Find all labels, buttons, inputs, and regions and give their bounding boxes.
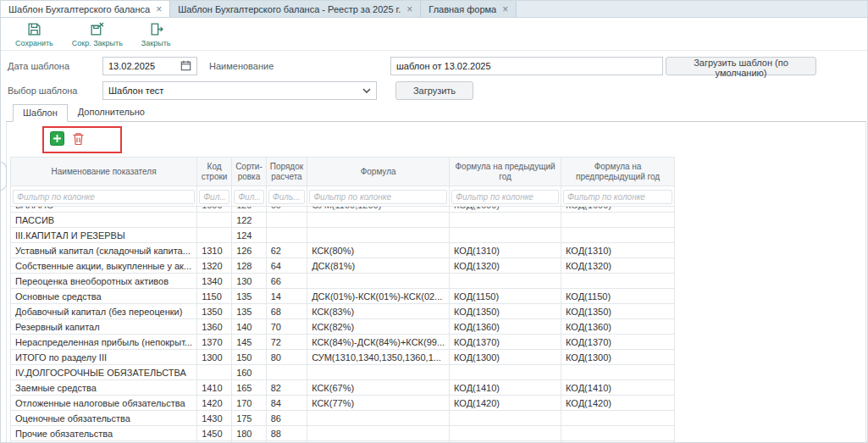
cell: [266, 365, 307, 380]
cell: 180: [232, 426, 267, 441]
column-filter-input[interactable]: [13, 190, 195, 204]
table-row[interactable]: Оценочные обязательства143017586: [11, 411, 675, 426]
template-grid: Наименование показателя Код строки Сорти…: [10, 157, 675, 442]
column-header[interactable]: Порядок расчета: [266, 158, 307, 186]
cell: 88: [266, 426, 307, 441]
table-row[interactable]: Нераспределенная прибыль (непокрыт...137…: [11, 335, 675, 350]
cell: 64: [266, 258, 307, 274]
date-label: Дата шаблона: [8, 61, 99, 71]
cell: ПАССИВ: [11, 213, 197, 228]
close-button[interactable]: Закрыть: [139, 21, 174, 48]
cell: КОД(1360): [450, 319, 561, 335]
close-tab-icon[interactable]: ×: [406, 4, 412, 14]
save-button[interactable]: Сохранить: [13, 21, 56, 48]
cell: [561, 274, 675, 289]
column-header[interactable]: Сорти-ровка: [232, 158, 267, 186]
column-filter-input[interactable]: [451, 190, 559, 204]
cell: КОД(1370): [561, 335, 675, 350]
cell: ИТОГО по разделу III: [11, 350, 197, 365]
table-row[interactable]: Отложенные налоговые обязательства142017…: [11, 396, 675, 411]
column-filter-input[interactable]: [309, 190, 447, 204]
window-tab-registry[interactable]: Шаблон Бухгалтерского баланса - Реестр з…: [170, 1, 421, 17]
close-tab-icon[interactable]: ×: [502, 4, 508, 14]
table-row[interactable]: ИТОГО по разделу III130015080СУМ(1310,13…: [11, 350, 675, 365]
cell: [561, 228, 675, 243]
cell: СУМ(1410,1420,1430,1450): [307, 441, 450, 443]
calendar-icon[interactable]: [180, 60, 191, 73]
table-row[interactable]: Добавочный капитал (без переоценки)13501…: [11, 304, 675, 319]
cell: 62: [266, 243, 307, 258]
column-header[interactable]: Код строки: [197, 158, 232, 186]
column-filter-input[interactable]: [199, 190, 229, 204]
close-tab-icon[interactable]: ×: [156, 4, 162, 14]
window-tab-main-form[interactable]: Главная форма ×: [421, 1, 517, 17]
table-row[interactable]: Резервный капитал136014070КСК(82%)КОД(13…: [11, 319, 675, 335]
table-row[interactable]: Уставный капитал (складочный капита...13…: [11, 243, 675, 258]
cell: 165: [232, 380, 267, 396]
cell: КОД(1410): [450, 380, 561, 396]
table-row[interactable]: Прочие обязательства145018088: [11, 426, 675, 441]
delete-row-button[interactable]: [72, 132, 85, 148]
column-filter-input[interactable]: [234, 190, 264, 204]
window-tab-label: Главная форма: [428, 4, 496, 14]
inner-tab-strip: Шаблон Дополнительно: [6, 104, 866, 122]
cell: [307, 365, 450, 380]
template-name-input[interactable]: [390, 57, 663, 75]
cell: 1150: [197, 289, 232, 304]
cell: 130: [232, 274, 267, 289]
save-close-button[interactable]: Сокр. Закрыть: [69, 21, 125, 48]
table-row[interactable]: III.КАПИТАЛ И РЕЗЕРВЫ124: [11, 228, 675, 243]
cell: Переоценка внеоборотных активов: [11, 274, 197, 289]
tab-additional[interactable]: Дополнительно: [68, 103, 155, 121]
cell: [307, 213, 450, 228]
table-row[interactable]: Переоценка внеоборотных активов134013066: [11, 274, 675, 289]
cell: [450, 365, 561, 380]
cell: КОД(1350): [450, 304, 561, 319]
template-select[interactable]: Шаблон тест: [102, 81, 377, 100]
cell: [450, 411, 561, 426]
cell: КОД(1600): [450, 207, 561, 213]
panel-collapse-handle[interactable]: [0, 162, 7, 191]
column-header[interactable]: Формула на предпредыдущий год: [561, 158, 675, 186]
cell: 60: [266, 207, 307, 213]
column-header[interactable]: Формула: [307, 158, 450, 186]
table-row[interactable]: IV.ДОЛГОСРОЧНЫЕ ОБЯЗАТЕЛЬСТВА160: [11, 365, 675, 380]
name-label: Наименование: [209, 61, 390, 71]
column-header[interactable]: Наименование показателя: [11, 158, 197, 186]
cell: 14: [266, 289, 307, 304]
cell: 180: [232, 441, 267, 443]
table-row[interactable]: ПАССИВ122: [11, 213, 675, 228]
load-template-button[interactable]: Загрузить: [395, 81, 473, 100]
cell: 120: [232, 207, 267, 213]
name-value-input[interactable]: [396, 61, 657, 71]
cell: КОД(1400): [450, 441, 561, 443]
table-row[interactable]: БАЛАНС160012060СУМ(1100,1200)КОД(1600)КО…: [11, 207, 675, 213]
cell: КОД(1320): [561, 258, 675, 274]
cell: 160: [232, 365, 267, 380]
cell: ДСК(81%): [307, 258, 450, 274]
cell: 68: [266, 304, 307, 319]
load-default-template-button[interactable]: Загрузить шаблон (по умолчанию): [666, 57, 816, 75]
cell: КОД(1600): [561, 207, 675, 213]
window-tab-template[interactable]: Шаблон Бухгалтерского баланса ×: [1, 1, 170, 17]
cell: 135: [232, 289, 267, 304]
window-tab-bar: Шаблон Бухгалтерского баланса × Шаблон Б…: [1, 1, 867, 18]
column-filter-input[interactable]: [268, 190, 305, 204]
table-row[interactable]: Заемные средства141016582КСК(67%)КОД(141…: [11, 380, 675, 396]
table-row[interactable]: ИТОГО по разделу IV1400180100СУМ(1410,14…: [11, 441, 675, 443]
cell: [197, 365, 232, 380]
template-panel: Наименование показателя Код строки Сорти…: [6, 122, 866, 442]
cell: [561, 365, 675, 380]
tab-template[interactable]: Шаблон: [13, 104, 68, 122]
cell: 124: [232, 228, 267, 243]
table-row[interactable]: Основные средства115013514ДСК(01%)-КСК(0…: [11, 289, 675, 304]
template-date-input[interactable]: 13.02.2025: [102, 57, 197, 75]
cell: [307, 274, 450, 289]
column-filter-input[interactable]: [563, 190, 672, 204]
table-row[interactable]: Собственные акции, выкупленные у ак...13…: [11, 258, 675, 274]
cell: 1340: [197, 274, 232, 289]
column-header[interactable]: Формула на предыдущий год: [450, 158, 561, 186]
add-row-button[interactable]: [50, 131, 64, 148]
cell: Основные средства: [11, 289, 197, 304]
cell: [450, 426, 561, 441]
